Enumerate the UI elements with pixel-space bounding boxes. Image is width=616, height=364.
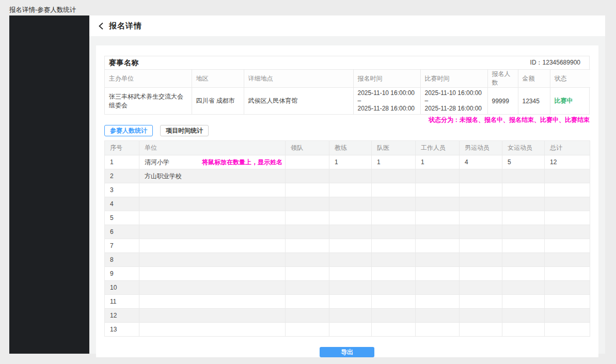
stats-column-header: 男运动员 [460,141,502,155]
table-cell [545,211,590,225]
table-cell: 清河小学将鼠标放在数量上，显示姓名 [139,155,286,169]
event-region: 四川省 成都市 [192,88,244,115]
table-cell [545,295,590,309]
content-panel: 赛事名称 ID：12345689900 主办单位 地区 详细地点 报名时间 比赛… [96,45,598,357]
table-cell [286,281,329,295]
table-cell [545,225,590,239]
table-cell [545,253,590,267]
table-cell [372,323,416,337]
event-id: ID：12345689900 [530,58,580,67]
event-venue: 武侯区人民体育馆 [244,88,353,115]
table-cell [545,309,590,323]
table-cell [502,197,545,211]
table-cell [416,169,460,183]
table-cell [416,211,460,225]
stats-column-header: 女运动员 [502,141,545,155]
table-cell [502,225,545,239]
stats-column-header: 队医 [372,141,416,155]
table-cell [329,267,372,281]
export-row: 导出 [104,347,590,357]
table-cell: 7 [105,239,139,253]
column-header-region: 地区 [192,70,244,88]
table-cell [416,281,460,295]
table-cell: 4 [105,197,139,211]
table-cell [545,267,590,281]
tab-participant-count-stats[interactable]: 参赛人数统计 [104,125,153,136]
table-cell [372,253,416,267]
table-row: 10 [105,281,590,295]
table-cell: 5 [502,155,545,169]
table-cell [286,211,329,225]
table-cell [286,253,329,267]
table-cell [372,197,416,211]
table-cell [460,225,502,239]
table-cell [416,295,460,309]
stats-column-header: 工作人员 [416,141,460,155]
chevron-left-icon [98,22,104,30]
table-cell: 6 [105,225,139,239]
table-cell [502,169,545,183]
event-title: 赛事名称 [109,58,139,68]
table-cell [545,197,590,211]
column-header-amount: 金额 [518,70,550,88]
table-cell: 5 [105,211,139,225]
status-badge: 比赛中 [550,88,590,115]
table-cell [286,169,329,183]
event-info-table: 主办单位 地区 详细地点 报名时间 比赛时间 报名人数 金额 状态 张三丰杯武术… [105,69,590,114]
table-cell [416,309,460,323]
column-header-organizer: 主办单位 [105,70,192,88]
table-cell [372,183,416,197]
tab-event-time-stats[interactable]: 项目时间统计 [160,125,209,136]
table-cell [286,225,329,239]
export-button[interactable]: 导出 [320,347,374,357]
table-cell [545,183,590,197]
hover-hint-note: 将鼠标放在数量上，显示姓名 [202,158,285,167]
table-cell [502,253,545,267]
page-title: 报名详情 [109,21,142,31]
back-button[interactable] [98,22,104,30]
table-cell [416,253,460,267]
table-cell: 方山职业学校 [139,169,286,183]
table-row: 6 [105,225,590,239]
event-signup-count: 99999 [487,88,518,115]
topbar: 报名详情 [89,15,605,36]
app-frame: 报名详情 赛事名称 ID：12345689900 主办单位 地区 详细地点 [9,15,605,354]
stats-column-header: 教练 [329,141,372,155]
table-cell: 12 [105,309,139,323]
table-cell [286,239,329,253]
table-cell [545,323,590,337]
table-cell [139,225,286,239]
table-cell: 11 [105,295,139,309]
table-cell [329,309,372,323]
table-row: 1清河小学将鼠标放在数量上，显示姓名1114512 [105,155,590,169]
table-cell [286,267,329,281]
table-cell [372,169,416,183]
table-cell: 9 [105,267,139,281]
table-cell [286,183,329,197]
table-cell: 12 [545,155,590,169]
table-cell [460,309,502,323]
table-cell: 4 [460,155,502,169]
table-cell: 1 [105,155,139,169]
table-cell [545,169,590,183]
event-value-row: 张三丰杯武术养生交流大会组委会 四川省 成都市 武侯区人民体育馆 2025-11… [105,88,590,115]
table-cell [460,169,502,183]
stats-column-header: 总计 [545,141,590,155]
table-row: 4 [105,197,590,211]
table-cell [139,211,286,225]
event-organizer: 张三丰杯武术养生交流大会组委会 [105,88,192,115]
table-cell [286,197,329,211]
tabs: 参赛人数统计 项目时间统计 [104,125,590,136]
table-row: 11 [105,295,590,309]
table-cell [139,323,286,337]
table-cell: 13 [105,323,139,337]
event-amount: 12345 [518,88,550,115]
table-cell [286,309,329,323]
table-cell [329,323,372,337]
stats-column-header: 领队 [286,141,329,155]
table-cell [416,267,460,281]
table-row: 2方山职业学校 [105,169,590,183]
table-cell [460,183,502,197]
table-cell [139,309,286,323]
table-cell [329,169,372,183]
